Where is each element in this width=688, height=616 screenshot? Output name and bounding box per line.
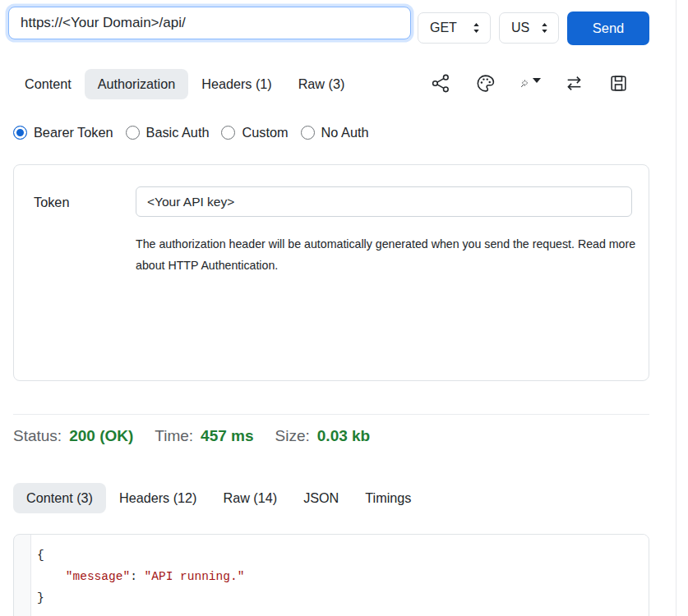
response-divider bbox=[13, 414, 649, 415]
magic-wand-dropdown[interactable] bbox=[519, 72, 541, 94]
radio-custom[interactable]: Custom bbox=[221, 125, 288, 140]
radio-circle bbox=[221, 126, 235, 140]
radio-circle-checked bbox=[13, 126, 27, 140]
method-select-value: GET bbox=[430, 21, 457, 35]
request-toolbar bbox=[431, 72, 630, 94]
response-body-code: { "message": "API running." } bbox=[30, 535, 649, 616]
tab-response-timings[interactable]: Timings bbox=[352, 483, 424, 513]
time-value: 457 ms bbox=[201, 427, 253, 445]
tab-headers[interactable]: Headers (1) bbox=[188, 69, 284, 99]
token-help-text: The authorization header will be automat… bbox=[136, 234, 639, 276]
url-input[interactable] bbox=[8, 7, 411, 39]
response-body-card: { "message": "API running." } bbox=[13, 534, 649, 616]
tab-response-headers[interactable]: Headers (12) bbox=[106, 483, 210, 513]
radio-bearer-token[interactable]: Bearer Token bbox=[13, 125, 113, 140]
updown-arrows-icon bbox=[471, 21, 482, 34]
json-value: "API running." bbox=[145, 570, 245, 583]
time-label: Time: bbox=[155, 427, 193, 445]
tab-authorization[interactable]: Authorization bbox=[85, 69, 189, 99]
radio-circle bbox=[301, 126, 315, 140]
request-tabs: Content Authorization Headers (1) Raw (3… bbox=[12, 69, 358, 99]
radio-no-auth[interactable]: No Auth bbox=[301, 125, 369, 140]
size-stat: Size: 0.03 kb bbox=[275, 427, 371, 445]
region-select-value: US bbox=[511, 21, 529, 35]
api-tester-page: GET US Send Content Authorization Header… bbox=[0, 0, 688, 616]
updown-arrows-icon bbox=[539, 21, 550, 34]
palette-icon[interactable] bbox=[475, 72, 496, 94]
method-select[interactable]: GET bbox=[418, 12, 491, 44]
save-icon[interactable] bbox=[608, 72, 630, 94]
radio-basic-auth[interactable]: Basic Auth bbox=[126, 125, 210, 140]
magic-wand-icon bbox=[519, 73, 530, 94]
tab-response-json[interactable]: JSON bbox=[290, 483, 352, 513]
time-stat: Time: 457 ms bbox=[155, 427, 253, 445]
tab-content[interactable]: Content bbox=[12, 69, 85, 99]
token-input[interactable] bbox=[136, 186, 632, 217]
json-response: { "message": "API running." } bbox=[37, 545, 649, 609]
token-panel: Token The authorization header will be a… bbox=[13, 164, 649, 381]
response-tabs: Content (3) Headers (12) Raw (14) JSON T… bbox=[13, 483, 424, 513]
share-icon[interactable] bbox=[431, 72, 452, 94]
size-value: 0.03 kb bbox=[317, 427, 370, 445]
tab-response-raw[interactable]: Raw (14) bbox=[210, 483, 290, 513]
tab-response-content[interactable]: Content (3) bbox=[13, 483, 106, 513]
swap-arrows-icon[interactable] bbox=[564, 72, 585, 94]
status-stat: Status: 200 (OK) bbox=[13, 427, 133, 445]
tab-raw[interactable]: Raw (3) bbox=[285, 69, 358, 99]
json-key: "message" bbox=[66, 570, 130, 583]
radio-label: Custom bbox=[242, 125, 288, 140]
region-select[interactable]: US bbox=[499, 12, 559, 44]
radio-circle bbox=[126, 126, 140, 140]
token-label: Token bbox=[34, 195, 69, 210]
send-button[interactable]: Send bbox=[567, 11, 649, 45]
size-label: Size: bbox=[275, 427, 310, 445]
radio-label: No Auth bbox=[321, 125, 369, 140]
status-label: Status: bbox=[13, 427, 62, 445]
auth-type-options: Bearer Token Basic Auth Custom No Auth bbox=[13, 125, 369, 140]
response-summary: Status: 200 (OK) Time: 457 ms Size: 0.03… bbox=[13, 427, 370, 445]
radio-label: Bearer Token bbox=[34, 125, 113, 140]
status-value: 200 (OK) bbox=[69, 427, 133, 445]
right-edge-divider bbox=[676, 0, 676, 616]
caret-down-icon bbox=[533, 78, 541, 83]
radio-label: Basic Auth bbox=[146, 125, 210, 140]
